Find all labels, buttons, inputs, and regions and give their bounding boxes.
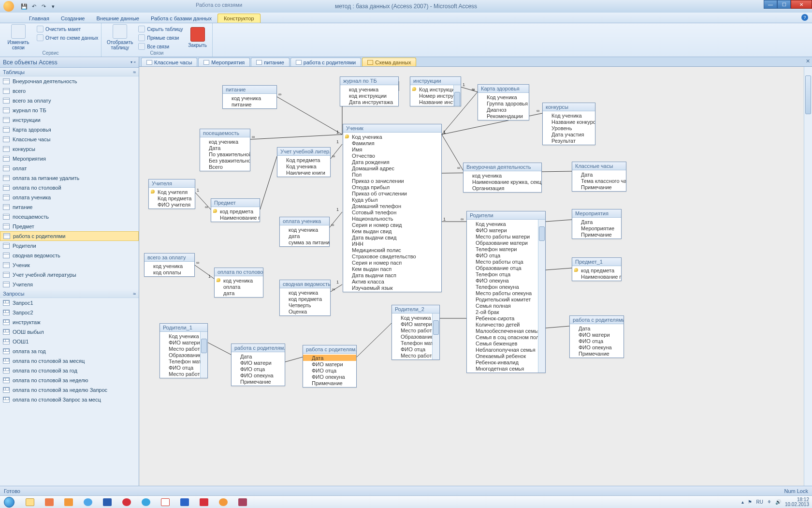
close-tab-button[interactable]: ✕ (806, 58, 810, 64)
table-title[interactable]: посещаемость (200, 129, 250, 137)
doc-tab[interactable]: Мероприятия (198, 58, 250, 66)
table-field[interactable]: код предмета (280, 296, 330, 302)
table-field[interactable]: код ученика (145, 263, 194, 269)
table-field[interactable]: Наименование пр (211, 214, 260, 221)
table-field[interactable]: Пол (343, 171, 441, 178)
close-relationships-button[interactable]: Закрыть (186, 24, 209, 50)
table-field[interactable]: Кем выдан свид (343, 228, 441, 234)
table-field[interactable]: Родительский комитет (467, 296, 545, 302)
nav-query-item[interactable]: оплата по столовой за неделю Запрос (0, 385, 139, 395)
table-field[interactable]: Телефон опекуна (467, 284, 545, 290)
tab-dbtools[interactable]: Работа с базами данных (145, 14, 218, 23)
clear-layout-button[interactable]: Очистить макет (37, 25, 98, 33)
table-box-pred1[interactable]: Предмет_1код предметаНаименование пр (572, 257, 622, 281)
nav-table-item[interactable]: работа с родителями (0, 231, 139, 241)
table-field[interactable]: Оценка (280, 308, 330, 314)
table-field[interactable]: код предмета (572, 267, 621, 273)
vertical-scrollbar[interactable] (804, 67, 812, 487)
redo-icon[interactable]: ↷ (40, 2, 47, 10)
table-field[interactable]: ФИО матери (303, 361, 356, 367)
doc-tab[interactable]: Схема данных (362, 58, 416, 66)
table-field[interactable]: ФИО опекуна (303, 374, 356, 380)
table-field[interactable]: код ученика (280, 289, 330, 296)
table-field[interactable]: Организация (464, 185, 541, 191)
table-box-uch[interactable]: УчителяКод учителяКод предметаФИО учител… (148, 179, 195, 209)
table-scrollbar[interactable] (432, 314, 439, 359)
table-field[interactable]: Многодетная семья (467, 365, 545, 372)
table-field[interactable]: Домашний адрес (343, 165, 441, 171)
table-field[interactable]: Имя (343, 146, 441, 152)
table-box-sv[interactable]: сводная ведомостькод ученикакод предмета… (279, 280, 331, 316)
table-field[interactable]: Телефон отца (467, 271, 545, 277)
table-field[interactable]: код ученика (464, 172, 541, 179)
table-field[interactable]: Название конкурс (543, 119, 595, 125)
table-field[interactable]: Ребенок-инвалид (467, 359, 545, 365)
start-button[interactable] (0, 496, 18, 508)
nav-header[interactable]: Все объекты Access ▾ « (0, 57, 139, 68)
nav-table-item[interactable]: оплата за питание удалить (0, 173, 139, 183)
tray-network-icon[interactable]: ⚘ (767, 499, 771, 505)
table-title[interactable]: работа с родителям... (303, 345, 356, 354)
table-field[interactable]: Неблагополучная семья (467, 346, 545, 353)
task-rambler[interactable] (195, 497, 213, 508)
table-field[interactable]: Семья полная (467, 302, 545, 309)
nav-table-item[interactable]: Внеурочная деятельность (0, 76, 139, 86)
task-explorer[interactable] (21, 497, 39, 508)
tab-external[interactable]: Внешние данные (91, 14, 145, 23)
table-field[interactable]: Приказ о зачислении (343, 178, 441, 184)
table-field[interactable]: По уважительной (200, 151, 250, 157)
table-scrollbar[interactable] (453, 85, 461, 106)
table-box-rsr1[interactable]: работа с родителям...ДатаФИО материФИО о… (231, 344, 285, 386)
table-field[interactable]: Образование отца (467, 265, 545, 271)
table-field[interactable]: Мероприятие (572, 225, 621, 231)
table-field[interactable]: ФИО матери (232, 359, 285, 366)
table-title[interactable]: Родители_1 (160, 324, 207, 332)
table-field[interactable]: Страховое свидетельство (343, 253, 441, 259)
table-field[interactable]: Семья беженцев (467, 340, 545, 346)
table-field[interactable]: код инструкции (340, 92, 398, 99)
close-button[interactable]: ✕ (791, 0, 812, 9)
table-field[interactable]: Место работы опекуна (467, 290, 545, 296)
table-scrollbar[interactable] (538, 220, 545, 373)
table-box-rsr2[interactable]: работа с родителям...ДатаФИО материФИО о… (303, 345, 357, 388)
doc-tab[interactable]: питание (251, 58, 289, 66)
task-player[interactable] (60, 497, 77, 508)
nav-table-item[interactable]: Классные часы (0, 134, 139, 144)
table-field[interactable]: Примечание (572, 231, 621, 238)
table-box-uul[interactable]: Учет учебной литер...Код предметаКод уче… (277, 147, 331, 177)
table-box-rsr3[interactable]: работа с родителямиДатаФИО материФИО отц… (569, 315, 624, 358)
table-title[interactable]: инструкции (410, 77, 461, 85)
nav-query-item[interactable]: Запрос1 (0, 298, 139, 308)
nav-table-item[interactable]: Предмет (0, 222, 139, 231)
table-field[interactable]: Рекомендации (478, 113, 529, 119)
nav-table-item[interactable]: сводная ведомость (0, 251, 139, 260)
table-field[interactable]: Опекаемый ребенок (467, 353, 545, 359)
nav-query-item[interactable]: оплата по столовой Запрос за месц (0, 395, 139, 404)
table-title[interactable]: Классные часы (572, 162, 626, 170)
table-field[interactable]: Серия и номер пасп (343, 259, 441, 266)
nav-table-item[interactable]: всего (0, 86, 139, 96)
table-title[interactable]: Родители (467, 211, 545, 220)
table-field[interactable]: код оплаты (145, 269, 194, 275)
table-field[interactable]: Медицинский полис (343, 247, 441, 253)
nav-table-item[interactable]: Родители (0, 241, 139, 251)
table-field[interactable]: Актив класса (343, 278, 441, 284)
table-title[interactable]: Предмет_1 (572, 258, 621, 266)
nav-table-item[interactable]: оплата по столовой (0, 183, 139, 193)
table-field[interactable]: Диагноз (478, 106, 529, 113)
table-title[interactable]: Учителя (149, 179, 195, 188)
table-title[interactable]: оплата ученика (280, 217, 329, 225)
table-field[interactable]: код ученика (223, 95, 276, 101)
table-title[interactable]: Мероприятия (572, 209, 621, 218)
table-field[interactable]: Код ученика (478, 94, 529, 100)
table-field[interactable]: Дата (572, 171, 626, 178)
nav-table-item[interactable]: журнал по ТБ (0, 105, 139, 115)
task-media[interactable] (41, 497, 58, 508)
table-box-uchk[interactable]: УченикКод ученикаФамилияИмяОтчествоДата … (343, 124, 442, 292)
table-field[interactable]: 2-ой брак (467, 309, 545, 315)
table-field[interactable]: ФИО опекуна (232, 372, 285, 378)
table-title[interactable]: Предмет (211, 199, 260, 207)
nav-query-item[interactable]: оплата по столовой за год (0, 366, 139, 375)
task-ie[interactable] (79, 497, 97, 508)
table-field[interactable]: ФИО отца (232, 366, 285, 372)
